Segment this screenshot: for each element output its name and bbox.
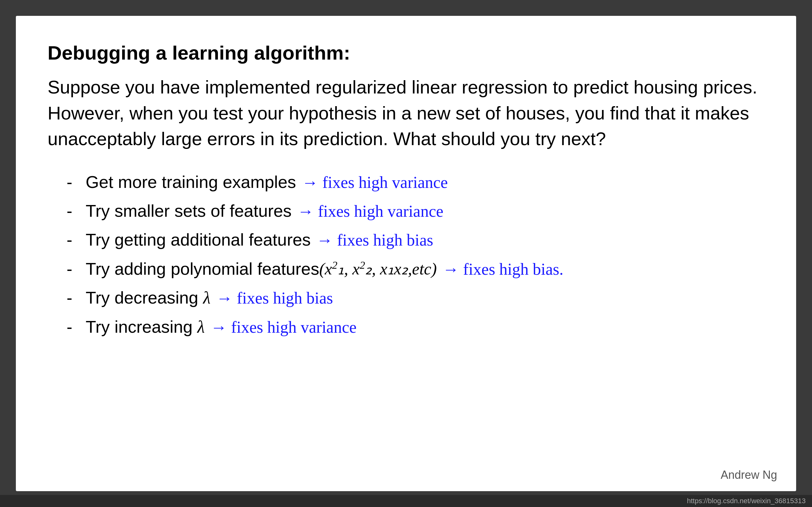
bullet-text-5: Try decreasing λ → fixes high bias — [86, 286, 764, 309]
bullet-item-4: - Try adding polynomial features(x2₁, x2… — [67, 257, 764, 280]
handwritten-3: → fixes high bias — [316, 229, 433, 251]
bullet-label-3: Try getting additional features — [86, 228, 310, 251]
handwritten-2: → fixes high variance — [297, 200, 444, 222]
dash-6: - — [67, 315, 86, 338]
bullet-label-6: Try increasing λ — [86, 315, 205, 339]
bullet-item-2: - Try smaller sets of features → fixes h… — [67, 199, 764, 222]
bullet-text-6: Try increasing λ → fixes high variance — [86, 315, 764, 339]
bullet-item-3: - Try getting additional features → fixe… — [67, 228, 764, 251]
attribution: Andrew Ng — [721, 468, 777, 482]
handwritten-5: → fixes high bias — [216, 287, 333, 309]
bullet-text-2: Try smaller sets of features → fixes hig… — [86, 199, 764, 222]
bullet-item-5: - Try decreasing λ → fixes high bias — [67, 286, 764, 309]
bullet-label-2: Try smaller sets of features — [86, 199, 292, 222]
slide-title: Debugging a learning algorithm: — [48, 41, 764, 65]
handwritten-4: → fixes high bias. — [443, 258, 563, 280]
bullet-text-3: Try getting additional features → fixes … — [86, 228, 764, 251]
url-bar: https://blog.csdn.net/weixin_36815313 — [0, 495, 812, 507]
bullet-text-1: Get more training examples → fixes high … — [86, 170, 764, 193]
math-notation: (x2₁, x2₂, x₁x₂,etc) — [319, 258, 437, 280]
handwritten-1: → fixes high variance — [302, 171, 448, 193]
bullet-label-4: Try adding polynomial features — [86, 257, 319, 280]
slide-intro: Suppose you have implemented regularized… — [48, 74, 764, 152]
slide: Debugging a learning algorithm: Suppose … — [16, 16, 796, 491]
bullet-item-1: - Get more training examples → fixes hig… — [67, 170, 764, 193]
dash-1: - — [67, 170, 86, 193]
dash-5: - — [67, 286, 86, 309]
bullet-label-1: Get more training examples — [86, 170, 296, 193]
dash-3: - — [67, 228, 86, 251]
dash-4: - — [67, 257, 86, 280]
dash-2: - — [67, 199, 86, 222]
bullet-list: - Get more training examples → fixes hig… — [48, 170, 764, 339]
bullet-label-5: Try decreasing λ — [86, 286, 211, 309]
bullet-item-6: - Try increasing λ → fixes high variance — [67, 315, 764, 339]
handwritten-6: → fixes high variance — [211, 316, 357, 338]
bullet-text-4: Try adding polynomial features(x2₁, x2₂,… — [86, 257, 764, 280]
